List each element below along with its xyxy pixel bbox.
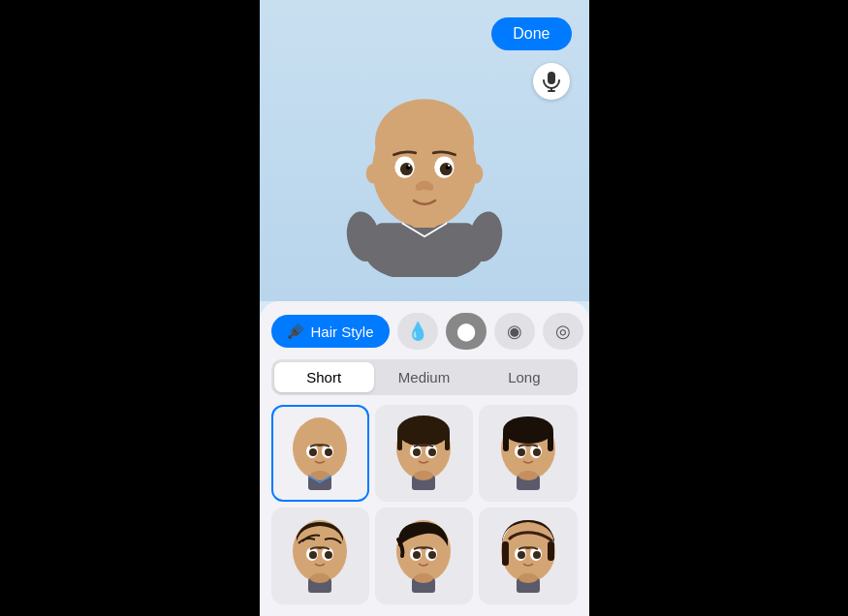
hair-item-5[interactable]	[375, 508, 473, 604]
svg-rect-50	[503, 430, 509, 451]
svg-point-43	[428, 448, 436, 456]
svg-point-58	[518, 471, 538, 480]
hair-item-6[interactable]	[479, 508, 577, 604]
svg-point-8	[468, 164, 483, 183]
svg-rect-51	[548, 430, 553, 451]
bottom-panel: 🪮 Hair Style 💧 ⬤ ◉ ◎ › Short Medium Lon	[260, 301, 589, 616]
svg-point-56	[533, 448, 541, 456]
svg-point-45	[414, 471, 433, 480]
svg-point-68	[310, 573, 330, 583]
svg-point-49	[503, 416, 553, 444]
svg-point-13	[439, 163, 452, 175]
tab-eyes[interactable]: ⬤	[446, 313, 487, 350]
tab-long[interactable]: Long	[474, 362, 574, 392]
hair-item-6-preview	[489, 512, 567, 600]
svg-point-16	[408, 164, 410, 166]
svg-rect-4	[374, 223, 473, 267]
svg-rect-83	[548, 541, 554, 561]
svg-rect-0	[548, 72, 555, 84]
eyes-icon: ⬤	[456, 321, 476, 342]
svg-point-17	[447, 164, 449, 166]
svg-point-30	[325, 448, 332, 456]
hair-item-1[interactable]	[271, 405, 369, 502]
svg-point-12	[399, 163, 412, 175]
hair-item-3-preview	[489, 410, 567, 497]
svg-point-42	[413, 448, 421, 456]
svg-point-19	[415, 183, 422, 190]
eyebrows-icon: 💧	[407, 321, 428, 342]
hair-item-5-preview	[385, 512, 462, 600]
done-button[interactable]: Done	[491, 17, 571, 50]
svg-point-29	[309, 448, 317, 456]
hair-item-4-preview	[281, 512, 359, 600]
tab-short[interactable]: Short	[274, 362, 374, 392]
item4-icon: ◉	[507, 321, 522, 342]
svg-rect-38	[445, 431, 450, 450]
tab-eyebrows[interactable]: 💧	[397, 313, 438, 350]
svg-point-7	[365, 164, 380, 183]
hair-item-4[interactable]	[271, 508, 369, 604]
mic-icon	[543, 71, 560, 92]
svg-point-76	[428, 551, 436, 559]
svg-point-9	[374, 99, 473, 185]
svg-point-65	[309, 551, 317, 559]
avatar-svg	[318, 25, 531, 277]
avatar-section: Done	[260, 0, 589, 301]
length-tabs: Short Medium Long	[271, 359, 578, 395]
svg-point-90	[518, 573, 538, 583]
item5-icon: ◎	[555, 321, 571, 342]
svg-point-78	[414, 573, 433, 583]
hair-item-2-preview	[385, 410, 462, 497]
tab-medium[interactable]: Medium	[374, 362, 474, 392]
svg-point-87	[518, 551, 525, 559]
svg-point-66	[325, 551, 332, 559]
svg-point-55	[518, 448, 525, 456]
hair-item-3[interactable]	[479, 405, 577, 502]
svg-point-20	[425, 183, 432, 190]
tab-item5[interactable]: ◎	[543, 313, 583, 350]
hair-item-2[interactable]	[375, 405, 473, 502]
hair-item-1-preview	[281, 410, 359, 497]
svg-rect-82	[502, 541, 509, 566]
hair-grid	[260, 405, 589, 616]
phone-container: Done	[260, 0, 589, 616]
avatar-figure	[328, 25, 521, 277]
tab-hair-style[interactable]: 🪮 Hair Style	[271, 315, 390, 348]
tab-item4[interactable]: ◉	[494, 313, 535, 350]
category-tabs: 🪮 Hair Style 💧 ⬤ ◉ ◎ ›	[260, 313, 589, 359]
mic-button[interactable]	[533, 63, 570, 100]
svg-rect-37	[397, 431, 402, 450]
hair-style-label: Hair Style	[311, 323, 374, 340]
hair-style-icon: 🪮	[287, 323, 305, 340]
svg-point-36	[397, 416, 450, 447]
svg-point-75	[413, 551, 421, 559]
svg-point-88	[533, 551, 541, 559]
